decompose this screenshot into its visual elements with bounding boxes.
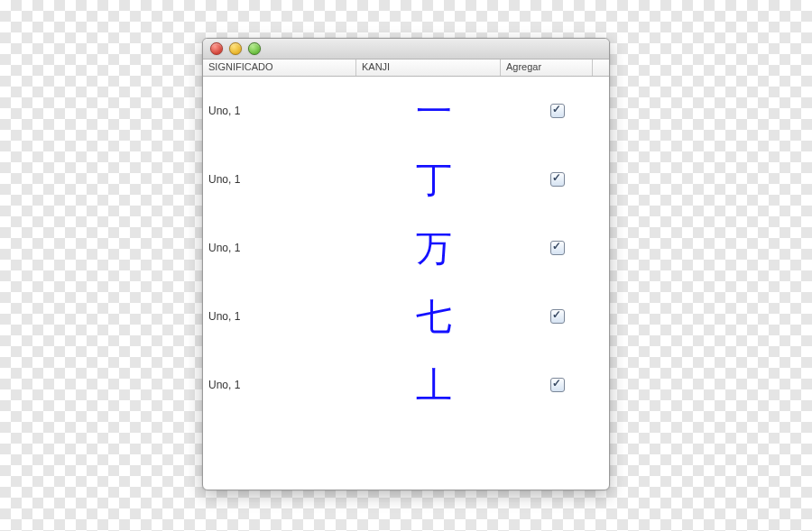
cell-kanji: 七 <box>362 298 506 334</box>
cell-significado: Uno, 1 <box>203 105 362 117</box>
cell-kanji: 万 <box>362 230 506 266</box>
agregar-checkbox[interactable] <box>550 241 565 255</box>
scrollbar-gutter <box>593 60 609 76</box>
cell-significado: Uno, 1 <box>203 242 362 254</box>
table-row: Uno, 1 丄 <box>203 351 609 419</box>
table-header: SIGNIFICADO KANJI Agregar <box>203 60 609 77</box>
cell-agregar <box>506 309 609 324</box>
cell-agregar <box>506 172 609 187</box>
cell-agregar <box>506 104 609 118</box>
app-window: SIGNIFICADO KANJI Agregar Uno, 1 一 Uno, … <box>202 38 610 490</box>
agregar-checkbox[interactable] <box>550 309 565 324</box>
cell-agregar <box>506 378 609 392</box>
titlebar[interactable] <box>203 39 609 60</box>
cell-agregar <box>506 241 609 255</box>
cell-significado: Uno, 1 <box>203 379 362 391</box>
column-header-significado[interactable]: SIGNIFICADO <box>203 60 356 76</box>
column-header-kanji[interactable]: KANJI <box>356 60 501 76</box>
agregar-checkbox[interactable] <box>550 172 565 187</box>
table-row: Uno, 1 万 <box>203 214 609 282</box>
table-row: Uno, 1 七 <box>203 282 609 351</box>
zoom-icon[interactable] <box>248 42 261 55</box>
table-row: Uno, 1 一 <box>203 77 609 145</box>
cell-significado: Uno, 1 <box>203 310 362 323</box>
cell-kanji: 一 <box>362 93 506 129</box>
cell-significado: Uno, 1 <box>203 173 362 186</box>
table-row: Uno, 1 丁 <box>203 145 609 214</box>
agregar-checkbox[interactable] <box>550 378 565 392</box>
cell-kanji: 丁 <box>362 161 506 197</box>
minimize-icon[interactable] <box>229 42 242 55</box>
close-icon[interactable] <box>210 42 223 55</box>
agregar-checkbox[interactable] <box>550 104 565 118</box>
table-body: Uno, 1 一 Uno, 1 丁 Uno, 1 万 Uno, 1 七 <box>203 77 609 490</box>
column-header-agregar[interactable]: Agregar <box>501 60 593 76</box>
cell-kanji: 丄 <box>362 367 506 403</box>
